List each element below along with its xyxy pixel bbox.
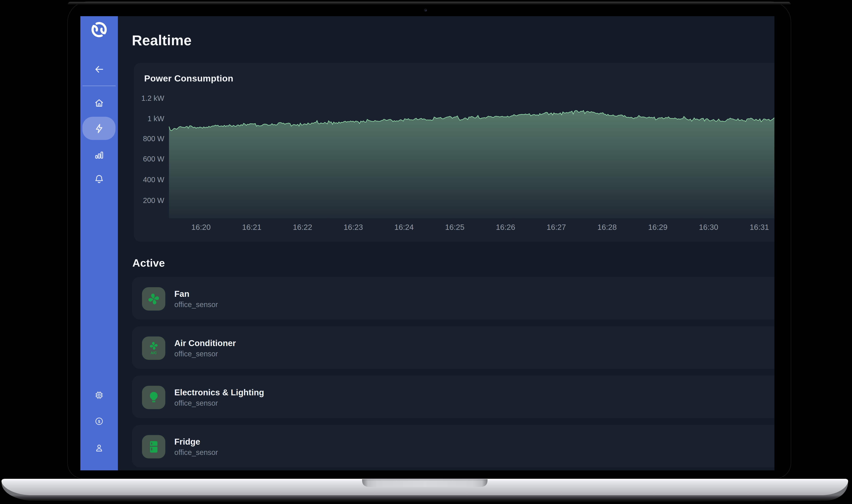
svg-text:A/C: A/C xyxy=(150,351,157,355)
svg-text:$: $ xyxy=(98,419,100,424)
